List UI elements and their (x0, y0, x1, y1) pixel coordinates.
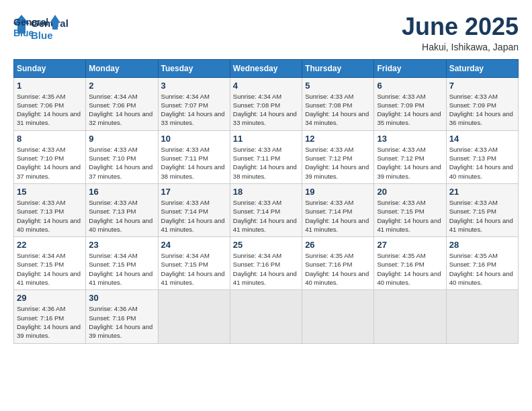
calendar-day: 28 Sunrise: 4:35 AM Sunset: 7:16 PM Dayl… (446, 237, 518, 290)
day-info: Sunrise: 4:33 AM Sunset: 7:09 PM Dayligh… (377, 92, 443, 128)
day-info: Sunrise: 4:35 AM Sunset: 7:16 PM Dayligh… (449, 251, 515, 287)
calendar-week: 15 Sunrise: 4:33 AM Sunset: 7:13 PM Dayl… (14, 183, 519, 236)
calendar-day: 8 Sunrise: 4:33 AM Sunset: 7:10 PM Dayli… (14, 130, 86, 183)
day-number: 19 (305, 187, 371, 197)
day-info: Sunrise: 4:33 AM Sunset: 7:14 PM Dayligh… (233, 198, 299, 234)
calendar-day: 12 Sunrise: 4:33 AM Sunset: 7:12 PM Dayl… (302, 130, 374, 183)
calendar-day: 20 Sunrise: 4:33 AM Sunset: 7:15 PM Dayl… (374, 183, 446, 236)
day-info: Sunrise: 4:33 AM Sunset: 7:12 PM Dayligh… (377, 145, 443, 181)
calendar-day (302, 290, 374, 343)
day-header: Monday (86, 59, 158, 77)
calendar-day: 10 Sunrise: 4:33 AM Sunset: 7:11 PM Dayl… (158, 130, 230, 183)
day-info: Sunrise: 4:35 AM Sunset: 7:06 PM Dayligh… (17, 92, 83, 128)
day-number: 11 (233, 134, 299, 144)
day-info: Sunrise: 4:33 AM Sunset: 7:14 PM Dayligh… (305, 198, 371, 234)
calendar-day: 5 Sunrise: 4:33 AM Sunset: 7:08 PM Dayli… (302, 77, 374, 130)
day-header: Friday (374, 59, 446, 77)
calendar-day: 7 Sunrise: 4:33 AM Sunset: 7:09 PM Dayli… (446, 77, 518, 130)
day-header: Tuesday (158, 59, 230, 77)
calendar-week: 22 Sunrise: 4:34 AM Sunset: 7:15 PM Dayl… (14, 237, 519, 290)
day-info: Sunrise: 4:36 AM Sunset: 7:16 PM Dayligh… (89, 304, 154, 340)
day-info: Sunrise: 4:33 AM Sunset: 7:10 PM Dayligh… (17, 145, 83, 181)
svg-text:General: General (13, 17, 48, 28)
calendar-week: 8 Sunrise: 4:33 AM Sunset: 7:10 PM Dayli… (14, 130, 519, 183)
day-number: 8 (17, 134, 83, 144)
calendar-week: 29 Sunrise: 4:36 AM Sunset: 7:16 PM Dayl… (14, 290, 519, 343)
day-number: 2 (89, 81, 154, 91)
day-number: 9 (89, 134, 154, 144)
day-number: 27 (377, 240, 443, 250)
day-info: Sunrise: 4:35 AM Sunset: 7:16 PM Dayligh… (377, 251, 443, 287)
day-info: Sunrise: 4:33 AM Sunset: 7:09 PM Dayligh… (449, 92, 515, 128)
calendar-day: 19 Sunrise: 4:33 AM Sunset: 7:14 PM Dayl… (302, 183, 374, 236)
day-info: Sunrise: 4:34 AM Sunset: 7:08 PM Dayligh… (233, 92, 299, 128)
calendar-day: 23 Sunrise: 4:34 AM Sunset: 7:15 PM Dayl… (86, 237, 158, 290)
logo-redesign: General Blue (13, 13, 60, 40)
calendar-day: 24 Sunrise: 4:34 AM Sunset: 7:15 PM Dayl… (158, 237, 230, 290)
day-number: 21 (449, 187, 515, 197)
calendar-day: 27 Sunrise: 4:35 AM Sunset: 7:16 PM Dayl… (374, 237, 446, 290)
general-blue-logo: General Blue (13, 13, 60, 40)
day-number: 10 (161, 134, 227, 144)
calendar-day: 22 Sunrise: 4:34 AM Sunset: 7:15 PM Dayl… (14, 237, 86, 290)
day-info: Sunrise: 4:34 AM Sunset: 7:15 PM Dayligh… (17, 251, 83, 287)
calendar-day (446, 290, 518, 343)
day-info: Sunrise: 4:33 AM Sunset: 7:10 PM Dayligh… (89, 145, 154, 181)
day-number: 5 (305, 81, 371, 91)
calendar-day: 18 Sunrise: 4:33 AM Sunset: 7:14 PM Dayl… (230, 183, 302, 236)
day-number: 23 (89, 240, 154, 250)
day-number: 30 (89, 293, 154, 303)
day-number: 18 (233, 187, 299, 197)
day-header: Wednesday (230, 59, 302, 77)
calendar-day: 11 Sunrise: 4:33 AM Sunset: 7:11 PM Dayl… (230, 130, 302, 183)
day-number: 24 (161, 240, 227, 250)
day-number: 25 (233, 240, 299, 250)
calendar-day: 30 Sunrise: 4:36 AM Sunset: 7:16 PM Dayl… (86, 290, 158, 343)
calendar-day: 6 Sunrise: 4:33 AM Sunset: 7:09 PM Dayli… (374, 77, 446, 130)
calendar-day: 25 Sunrise: 4:34 AM Sunset: 7:16 PM Dayl… (230, 237, 302, 290)
day-number: 4 (233, 81, 299, 91)
calendar-day (230, 290, 302, 343)
day-info: Sunrise: 4:33 AM Sunset: 7:11 PM Dayligh… (161, 145, 227, 181)
day-info: Sunrise: 4:33 AM Sunset: 7:13 PM Dayligh… (17, 198, 83, 234)
calendar-day: 3 Sunrise: 4:34 AM Sunset: 7:07 PM Dayli… (158, 77, 230, 130)
day-info: Sunrise: 4:34 AM Sunset: 7:15 PM Dayligh… (89, 251, 154, 287)
calendar-day: 15 Sunrise: 4:33 AM Sunset: 7:13 PM Dayl… (14, 183, 86, 236)
calendar-day: 17 Sunrise: 4:33 AM Sunset: 7:14 PM Dayl… (158, 183, 230, 236)
calendar-day: 1 Sunrise: 4:35 AM Sunset: 7:06 PM Dayli… (14, 77, 86, 130)
day-number: 12 (305, 134, 371, 144)
calendar-table: SundayMondayTuesdayWednesdayThursdayFrid… (13, 59, 519, 344)
day-header: Thursday (302, 59, 374, 77)
day-number: 20 (377, 187, 443, 197)
day-number: 29 (17, 293, 83, 303)
calendar-day: 26 Sunrise: 4:35 AM Sunset: 7:16 PM Dayl… (302, 237, 374, 290)
day-number: 28 (449, 240, 515, 250)
calendar-day: 21 Sunrise: 4:33 AM Sunset: 7:15 PM Dayl… (446, 183, 518, 236)
day-info: Sunrise: 4:34 AM Sunset: 7:06 PM Dayligh… (89, 92, 154, 128)
day-number: 13 (377, 134, 443, 144)
calendar-week: 1 Sunrise: 4:35 AM Sunset: 7:06 PM Dayli… (14, 77, 519, 130)
day-info: Sunrise: 4:34 AM Sunset: 7:16 PM Dayligh… (233, 251, 299, 287)
calendar-day (158, 290, 230, 343)
day-info: Sunrise: 4:33 AM Sunset: 7:13 PM Dayligh… (449, 145, 515, 181)
month-title: June 2025 (402, 13, 519, 40)
day-number: 1 (17, 81, 83, 91)
calendar-day (374, 290, 446, 343)
day-number: 26 (305, 240, 371, 250)
day-number: 3 (161, 81, 227, 91)
day-info: Sunrise: 4:35 AM Sunset: 7:16 PM Dayligh… (305, 251, 371, 287)
calendar-day: 14 Sunrise: 4:33 AM Sunset: 7:13 PM Dayl… (446, 130, 518, 183)
day-info: Sunrise: 4:33 AM Sunset: 7:15 PM Dayligh… (449, 198, 515, 234)
location: Hakui, Ishikawa, Japan (402, 42, 519, 52)
calendar-day: 9 Sunrise: 4:33 AM Sunset: 7:10 PM Dayli… (86, 130, 158, 183)
day-number: 14 (449, 134, 515, 144)
svg-marker-5 (50, 15, 60, 30)
day-info: Sunrise: 4:33 AM Sunset: 7:08 PM Dayligh… (305, 92, 371, 128)
day-number: 15 (17, 187, 83, 197)
day-info: Sunrise: 4:33 AM Sunset: 7:13 PM Dayligh… (89, 198, 154, 234)
page-header: General Blue June 2025 Hakui, Ishikawa, … (13, 13, 519, 52)
day-info: Sunrise: 4:36 AM Sunset: 7:16 PM Dayligh… (17, 304, 83, 340)
day-info: Sunrise: 4:33 AM Sunset: 7:11 PM Dayligh… (233, 145, 299, 181)
calendar-day: 16 Sunrise: 4:33 AM Sunset: 7:13 PM Dayl… (86, 183, 158, 236)
day-number: 6 (377, 81, 443, 91)
